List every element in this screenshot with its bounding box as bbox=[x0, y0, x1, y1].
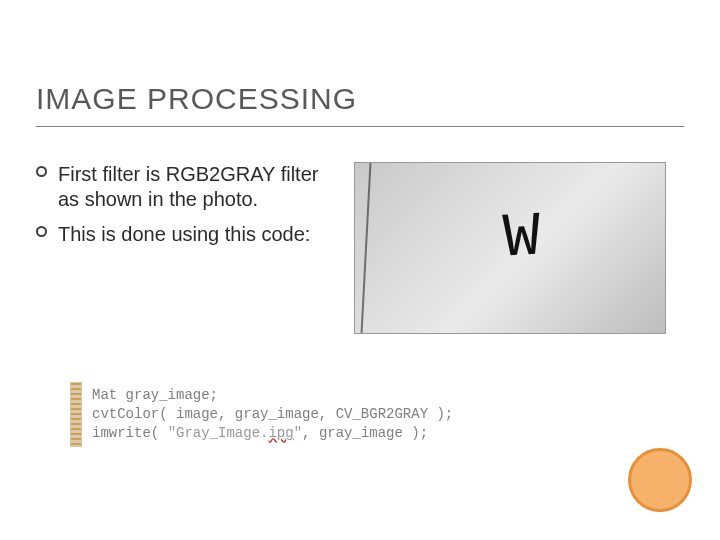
code-block: Mat gray_image; cvtColor( image, gray_im… bbox=[70, 382, 590, 447]
code-ruler-icon bbox=[70, 382, 82, 447]
grayscale-photo: W bbox=[354, 162, 666, 334]
bullet-list: First filter is RGB2GRAY filter as shown… bbox=[36, 162, 336, 334]
spellcheck-underline-icon: ipg bbox=[268, 425, 293, 441]
photo-container: W bbox=[354, 162, 684, 334]
list-item: First filter is RGB2GRAY filter as shown… bbox=[36, 162, 336, 212]
code-line: Mat gray_image; bbox=[92, 387, 218, 403]
bullet-text: First filter is RGB2GRAY filter as shown… bbox=[58, 163, 318, 210]
content-row: First filter is RGB2GRAY filter as shown… bbox=[36, 162, 684, 334]
bullet-icon bbox=[36, 166, 47, 177]
paper-edge bbox=[361, 163, 372, 333]
code-line: cvtColor( image, gray_image, CV_BGR2GRAY… bbox=[92, 406, 453, 422]
accent-circle-icon bbox=[628, 448, 692, 512]
page-title: IMAGE PROCESSING bbox=[36, 82, 684, 127]
slide: IMAGE PROCESSING First filter is RGB2GRA… bbox=[0, 0, 720, 540]
code-line: imwrite( "Gray_Image.ipg", gray_image ); bbox=[92, 425, 428, 441]
bullet-text: This is done using this code: bbox=[58, 223, 310, 245]
letter-w: W bbox=[502, 201, 543, 274]
list-item: This is done using this code: bbox=[36, 222, 336, 247]
code-text: Mat gray_image; cvtColor( image, gray_im… bbox=[82, 382, 590, 447]
bullet-icon bbox=[36, 226, 47, 237]
